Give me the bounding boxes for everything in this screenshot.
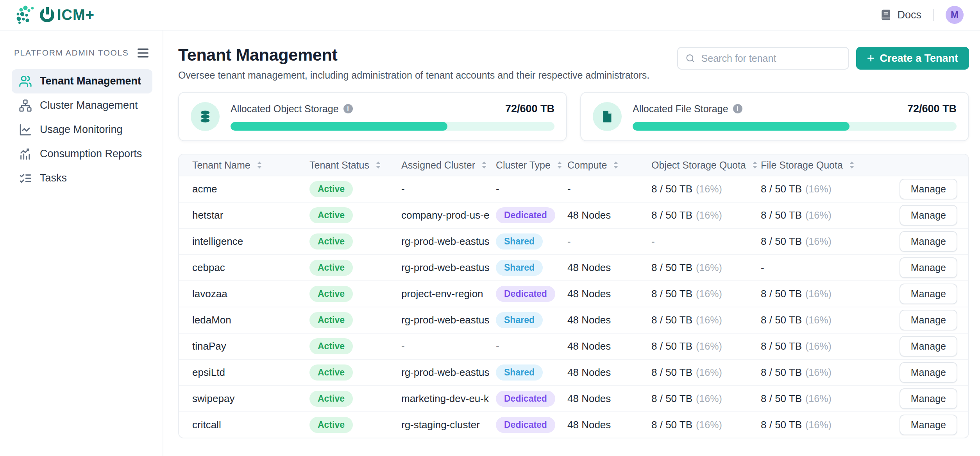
cluster-type-cell: Dedicated [496, 417, 567, 433]
cluster-icon [19, 99, 32, 112]
card-value: 72/600 TB [907, 103, 957, 115]
status-badge: Active [309, 181, 353, 197]
cluster-type-cell: Shared [496, 312, 567, 328]
status-badge: Active [309, 338, 353, 354]
manage-button[interactable]: Manage [900, 336, 957, 357]
manage-button[interactable]: Manage [900, 415, 957, 435]
object-quota-cell: 8 / 50 TB(16%) [651, 393, 761, 405]
sort-icon[interactable] [482, 162, 486, 169]
object-quota-cell: 8 / 50 TB(16%) [651, 183, 761, 195]
manage-button[interactable]: Manage [900, 284, 957, 304]
tenant-status-cell: Active [309, 286, 401, 302]
table-row: swipepay Active marketing-dev-eu-k Dedic… [179, 385, 968, 411]
avatar[interactable]: M [946, 6, 964, 24]
docs-button[interactable]: Docs [880, 9, 921, 21]
sidebar-item-tenant-management[interactable]: Tenant Management [12, 69, 152, 93]
assigned-cluster-cell: rg-prod-web-eastus [401, 366, 496, 379]
compute-cell: - [567, 183, 651, 195]
cluster-type-badge: Shared [496, 260, 543, 276]
sort-icon[interactable] [376, 162, 381, 169]
file-quota-cell: 8 / 50 TB(16%) [761, 366, 874, 379]
tenant-status-cell: Active [309, 233, 401, 250]
cluster-type-badge: Dedicated [496, 391, 555, 407]
page-subtitle: Oversee tenant management, including adm… [178, 70, 649, 81]
assigned-cluster-cell: rg-staging-cluster [401, 419, 496, 431]
manage-button[interactable]: Manage [900, 388, 957, 409]
column-header-cluster-type[interactable]: Cluster Type [496, 160, 567, 171]
docs-label: Docs [897, 9, 921, 21]
cluster-type-empty: - [496, 183, 499, 195]
cluster-type-cell: Dedicated [496, 286, 567, 302]
sort-icon[interactable] [753, 162, 757, 169]
tenant-name-cell: cebpac [192, 262, 309, 274]
compute-cell: 48 Nodes [567, 209, 651, 221]
manage-button[interactable]: Manage [900, 205, 957, 226]
tenant-name-cell: acme [192, 183, 309, 195]
file-quota-cell: 8 / 50 TB(16%) [761, 288, 874, 300]
file-quota-cell: 8 / 50 TB(16%) [761, 393, 874, 405]
assigned-cluster-cell: company-prod-us-e [401, 209, 496, 221]
object-quota-cell: 8 / 50 TB(16%) [651, 288, 761, 300]
column-header-object-storage-quota[interactable]: Object Storage Quota [651, 160, 761, 171]
manage-button[interactable]: Manage [900, 231, 957, 252]
info-icon[interactable]: i [343, 104, 353, 113]
sort-icon[interactable] [557, 162, 562, 169]
object-storage-card: Allocated Object Storage i 72/600 TB [178, 92, 567, 141]
status-badge: Active [309, 207, 353, 223]
sort-icon[interactable] [849, 162, 854, 169]
card-label: Allocated Object Storage [231, 103, 339, 115]
tenant-status-cell: Active [309, 338, 401, 354]
table-row: ledaMon Active rg-prod-web-eastus Shared… [179, 307, 968, 333]
tenant-name-cell: epsiLtd [192, 366, 309, 379]
tenant-name-cell: swipepay [192, 393, 309, 405]
manage-button[interactable]: Manage [900, 179, 957, 199]
column-header-tenant-name[interactable]: Tenant Name [192, 160, 309, 171]
assigned-cluster-cell: marketing-dev-eu-k [401, 393, 496, 405]
compute-cell: 48 Nodes [567, 419, 651, 431]
file-quota-cell: 8 / 50 TB(16%) [761, 183, 874, 195]
file-quota-cell: 8 / 50 TB(16%) [761, 209, 874, 221]
assigned-cluster-cell: - [401, 340, 496, 352]
compute-cell: 48 Nodes [567, 314, 651, 326]
column-header-assigned-cluster[interactable]: Assigned Cluster [401, 160, 496, 171]
create-tenant-button[interactable]: + Create a Tenant [856, 47, 969, 70]
status-badge: Active [309, 364, 353, 381]
tenant-name-cell: hetstar [192, 209, 309, 221]
cluster-type-cell: Dedicated [496, 391, 567, 407]
table-row: acme Active - - - 8 / 50 TB(16%) 8 / 50 … [179, 176, 968, 202]
manage-button[interactable]: Manage [900, 362, 957, 383]
column-header-file-storage-quota[interactable]: File Storage Quota [761, 160, 874, 171]
sidebar-item-tasks[interactable]: Tasks [12, 166, 152, 190]
status-badge: Active [309, 417, 353, 433]
sort-icon[interactable] [613, 162, 618, 169]
sidebar-item-consumption-reports[interactable]: Consumption Reports [12, 142, 152, 166]
table-row: hetstar Active company-prod-us-e Dedicat… [179, 202, 968, 228]
file-icon [593, 102, 622, 131]
search-input[interactable] [677, 47, 849, 70]
column-header-tenant-status[interactable]: Tenant Status [309, 160, 401, 171]
cluster-type-cell: Shared [496, 364, 567, 381]
status-badge: Active [309, 233, 353, 250]
file-quota-cell: 8 / 50 TB(16%) [761, 314, 874, 326]
table-row: lavozaa Active project-env-region Dedica… [179, 280, 968, 307]
column-header-compute[interactable]: Compute [567, 160, 651, 171]
sidebar-item-usage-monitoring[interactable]: Usage Monitoring [12, 118, 152, 142]
file-quota-cell: 8 / 50 TB(16%) [761, 340, 874, 352]
topbar-divider [933, 9, 934, 21]
sidebar-item-cluster-management[interactable]: Cluster Management [12, 93, 152, 118]
logo-ring-glyph [40, 8, 54, 22]
object-quota-cell: 8 / 50 TB(16%) [651, 262, 761, 274]
cluster-type-badge: Shared [496, 312, 543, 328]
sort-icon[interactable] [257, 162, 262, 169]
table-header-row: Tenant Name Tenant Status Assigned Clust… [179, 154, 968, 176]
assigned-cluster-cell: rg-prod-web-eastus [401, 262, 496, 274]
file-storage-card: Allocated File Storage i 72/600 TB [580, 92, 969, 141]
tenant-status-cell: Active [309, 312, 401, 328]
menu-icon[interactable] [136, 47, 150, 59]
manage-button[interactable]: Manage [900, 310, 957, 330]
info-icon[interactable]: i [733, 104, 742, 113]
table-row: epsiLtd Active rg-prod-web-eastus Shared… [179, 359, 968, 385]
manage-button[interactable]: Manage [900, 257, 957, 278]
card-value: 72/600 TB [505, 103, 554, 115]
app-logo: ICM+ [15, 5, 95, 25]
